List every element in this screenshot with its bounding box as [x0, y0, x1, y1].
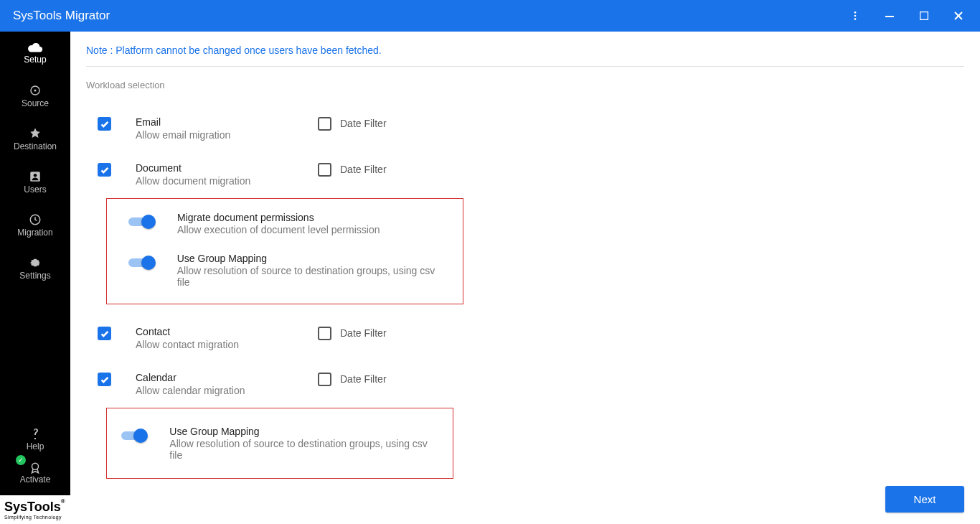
- calendar-date-filter-label: Date Filter: [340, 373, 387, 385]
- cal-group-title: Use Group Mapping: [169, 426, 438, 437]
- svg-point-0: [854, 11, 857, 14]
- email-date-filter-label: Date Filter: [340, 118, 387, 129]
- svg-rect-3: [885, 16, 894, 17]
- maximize-icon[interactable]: [908, 0, 940, 32]
- sidebar-item-users[interactable]: Users: [0, 161, 70, 204]
- help-icon: [30, 427, 40, 440]
- workload-email-row: Email Allow email migration Date Filter: [86, 95, 964, 141]
- cal-group-mapping-row: Use Group Mapping Allow resolution of so…: [121, 421, 438, 465]
- workload-document-row: Document Allow document migration Date F…: [86, 141, 964, 187]
- document-title: Document: [136, 162, 293, 174]
- sidebar-label: Settings: [19, 271, 50, 281]
- doc-permissions-toggle[interactable]: [128, 214, 156, 230]
- sidebar-label: Migration: [17, 228, 52, 238]
- source-icon: [29, 84, 42, 97]
- more-icon[interactable]: [839, 0, 871, 32]
- doc-permissions-title: Migrate document permissions: [177, 212, 380, 223]
- gear-icon: [29, 256, 42, 269]
- contact-checkbox[interactable]: [98, 327, 111, 340]
- section-title: Workload selection: [86, 67, 964, 95]
- svg-rect-4: [920, 12, 928, 20]
- sidebar-label: Setup: [24, 55, 46, 65]
- window-controls: [839, 0, 974, 32]
- svg-point-1: [854, 15, 857, 17]
- next-button[interactable]: Next: [885, 486, 964, 513]
- ribbon-icon: [29, 462, 42, 474]
- sidebar: Setup Source Destination Users Migration…: [0, 32, 70, 524]
- activate-label: Activate: [20, 474, 51, 485]
- svg-point-10: [32, 463, 39, 469]
- target-icon: [29, 127, 42, 140]
- workload-contact-row: Contact Allow contact migration Date Fil…: [86, 304, 964, 350]
- doc-group-title: Use Group Mapping: [177, 253, 448, 264]
- sidebar-help[interactable]: Help: [0, 422, 70, 457]
- contact-sub: Allow contact migration: [136, 339, 293, 350]
- doc-group-sub: Allow resolution of source to destinatio…: [177, 265, 448, 288]
- email-checkbox[interactable]: [98, 117, 111, 131]
- cloud-icon: [27, 42, 43, 53]
- document-date-filter-label: Date Filter: [340, 164, 387, 175]
- doc-permissions-row: Migrate document permissions Allow execu…: [128, 207, 448, 240]
- document-checkbox[interactable]: [98, 163, 111, 177]
- sidebar-label: Destination: [14, 141, 57, 151]
- contact-date-filter-checkbox[interactable]: [318, 327, 331, 340]
- calendar-checkbox[interactable]: [98, 373, 111, 386]
- doc-permissions-sub: Allow execution of document level permis…: [177, 224, 380, 235]
- calendar-sub: Allow calendar migration: [136, 385, 293, 396]
- cal-group-mapping-toggle[interactable]: [121, 428, 148, 444]
- sidebar-item-destination[interactable]: Destination: [0, 118, 70, 161]
- email-sub: Allow email migration: [136, 129, 293, 141]
- note-text: Note : Platform cannot be changed once u…: [86, 32, 964, 67]
- brand-sub: Simplifying Technology: [4, 515, 66, 520]
- sidebar-item-migration[interactable]: Migration: [0, 204, 70, 247]
- contact-title: Contact: [136, 326, 293, 337]
- close-icon[interactable]: [943, 0, 974, 32]
- document-sub: Allow document migration: [136, 175, 293, 187]
- sidebar-item-source[interactable]: Source: [0, 75, 70, 118]
- brand-name: SysTools: [4, 500, 61, 514]
- help-label: Help: [27, 441, 44, 452]
- sidebar-label: Users: [24, 184, 46, 195]
- email-title: Email: [136, 116, 293, 128]
- doc-group-mapping-toggle[interactable]: [128, 255, 156, 271]
- sidebar-label: Source: [22, 98, 49, 108]
- svg-point-2: [854, 18, 857, 20]
- svg-point-8: [34, 174, 37, 177]
- brand-footer: SysTools® Simplifying Technology: [0, 495, 70, 524]
- email-date-filter-checkbox[interactable]: [318, 117, 331, 131]
- calendar-options-highlight: Use Group Mapping Allow resolution of so…: [106, 408, 453, 479]
- workload-calendar-row: Calendar Allow calendar migration Date F…: [86, 350, 964, 396]
- document-date-filter-checkbox[interactable]: [318, 163, 331, 177]
- contact-date-filter-label: Date Filter: [340, 327, 387, 339]
- calendar-date-filter-checkbox[interactable]: [318, 373, 331, 386]
- sidebar-activate[interactable]: Activate: [0, 457, 70, 490]
- app-title: SysTools Migrator: [13, 9, 110, 23]
- titlebar: SysTools Migrator: [0, 0, 980, 32]
- calendar-title: Calendar: [136, 372, 293, 383]
- clock-icon: [29, 213, 42, 226]
- svg-point-6: [34, 90, 37, 92]
- doc-group-mapping-row: Use Group Mapping Allow resolution of so…: [128, 240, 448, 292]
- document-options-highlight: Migrate document permissions Allow execu…: [106, 198, 463, 304]
- users-icon: [29, 170, 42, 183]
- minimize-icon[interactable]: [874, 0, 905, 32]
- sidebar-item-settings[interactable]: Settings: [0, 247, 70, 290]
- activated-dot-icon: [16, 455, 26, 465]
- cal-group-sub: Allow resolution of source to destinatio…: [169, 438, 438, 461]
- sidebar-item-setup[interactable]: Setup: [0, 32, 70, 75]
- main-panel: Note : Platform cannot be changed once u…: [70, 32, 980, 524]
